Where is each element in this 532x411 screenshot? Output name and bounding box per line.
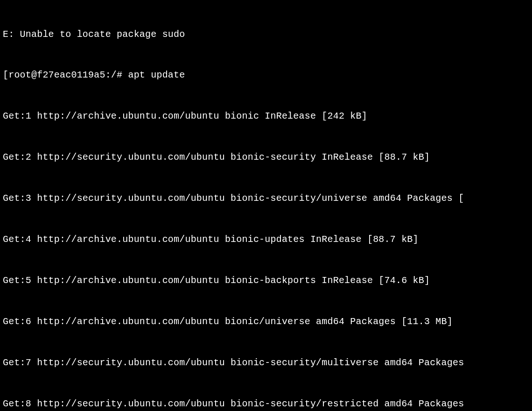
terminal-line: [root@f27eac0119a5:/# apt update (3, 68, 532, 82)
terminal-line: Get:5 http://archive.ubuntu.com/ubuntu b… (3, 274, 532, 287)
terminal-line: Get:3 http://security.ubuntu.com/ubuntu … (3, 191, 532, 205)
terminal-line: Get:8 http://security.ubuntu.com/ubuntu … (3, 397, 532, 411)
terminal-line: Get:2 http://security.ubuntu.com/ubuntu … (3, 150, 532, 164)
terminal-line: E: Unable to locate package sudo (3, 28, 532, 41)
terminal-line: Get:1 http://archive.ubuntu.com/ubuntu b… (3, 109, 532, 123)
terminal-line: Get:6 http://archive.ubuntu.com/ubuntu b… (3, 315, 532, 328)
terminal-output[interactable]: E: Unable to locate package sudo [root@f… (0, 0, 532, 411)
terminal-line: Get:4 http://archive.ubuntu.com/ubuntu b… (3, 233, 532, 246)
terminal-line: Get:7 http://security.ubuntu.com/ubuntu … (3, 356, 532, 369)
